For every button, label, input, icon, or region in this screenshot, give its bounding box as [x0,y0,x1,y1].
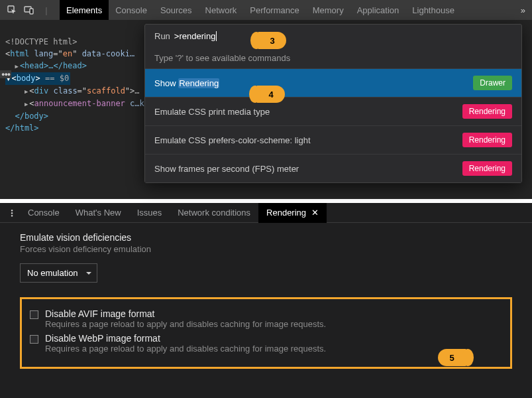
command-input[interactable]: >rendering [174,31,217,41]
drawer-tabbar: ●●● Console What's New Issues Network co… [0,203,532,223]
main-tabbar: | Elements Console Sources Network Perfo… [0,0,532,20]
avif-sub: Requires a page reload to apply and disa… [45,319,326,329]
checkbox-avif[interactable] [30,310,38,319]
drawer-tab-whatsnew[interactable]: What's New [68,203,129,223]
dom-body-selected[interactable]: ▼<body> == $0 [5,72,70,85]
drawer: ●●● Console What's New Issues Network co… [0,199,532,398]
option-disable-webp[interactable]: Disable WebP image format Requires a pag… [30,333,502,354]
command-item-fps[interactable]: Show frames per second (FPS) meter Rende… [145,155,521,182]
tab-network[interactable]: Network [199,0,244,20]
tab-console[interactable]: Console [109,0,154,20]
divider: | [40,3,53,17]
tab-elements[interactable]: Elements [60,0,109,20]
drawer-tab-network-conditions[interactable]: Network conditions [170,203,258,223]
tab-memory[interactable]: Memory [306,0,350,20]
tab-performance[interactable]: Performance [243,0,305,20]
section-subtitle: Forces vision deficiency emulation [20,244,512,254]
option-disable-avif[interactable]: Disable AVIF image format Requires a pag… [30,308,502,329]
close-icon[interactable]: ✕ [311,208,319,218]
callout-5: 5 [438,349,466,366]
webp-sub: Requires a page reload to apply and disa… [45,344,326,354]
drawer-more-icon[interactable]: ●●● [4,209,20,217]
dom-html-tag: html [10,49,29,58]
vision-deficiency-section: Emulate vision deficiencies Forces visio… [20,232,512,283]
tab-lighthouse[interactable]: Lighthouse [405,0,461,20]
svg-rect-2 [30,9,33,14]
device-toggle-icon[interactable] [23,3,36,17]
inspect-icon[interactable] [5,3,19,17]
callout-3: 3 [258,32,286,49]
tabs-overflow-icon[interactable]: » [514,5,532,15]
pill-rendering: Rendering [462,133,512,147]
drawer-tab-issues[interactable]: Issues [129,203,170,223]
tab-sources[interactable]: Sources [154,0,199,20]
tab-application[interactable]: Application [350,0,406,20]
command-run-label: Run [154,31,170,41]
devtools-top: | Elements Console Sources Network Perfo… [0,0,532,199]
callout-4: 4 [257,86,285,103]
command-help: Type '?' to see available commands [145,48,521,69]
dom-body-close: </body> [15,111,48,121]
command-item-emulate-print[interactable]: Emulate CSS print media type Rendering [145,98,521,126]
avif-title: Disable AVIF image format [45,308,326,319]
dom-gutter-dots: ●●● [0,70,11,78]
pill-rendering: Rendering [462,104,512,119]
drawer-tab-rendering[interactable]: Rendering ✕ [258,203,327,223]
section-title: Emulate vision deficiencies [20,232,512,243]
dom-doctype: <!DOCTYPE html> [5,37,77,46]
webp-title: Disable WebP image format [45,333,326,344]
command-menu: Run >rendering Type '?' to see available… [144,24,522,183]
command-item-show-rendering[interactable]: Show Rendering Drawer [145,69,521,98]
drawer-tab-console[interactable]: Console [20,203,68,223]
dom-head[interactable]: <head>…</head> [20,61,87,70]
checkbox-webp[interactable] [30,335,38,344]
vision-deficiency-select[interactable]: No emulation [20,263,97,283]
dom-html-close: </html> [5,123,39,133]
pill-rendering: Rendering [462,161,512,176]
pill-drawer: Drawer [473,76,512,90]
command-item-emulate-scheme[interactable]: Emulate CSS prefers-color-scheme: light … [145,126,521,155]
